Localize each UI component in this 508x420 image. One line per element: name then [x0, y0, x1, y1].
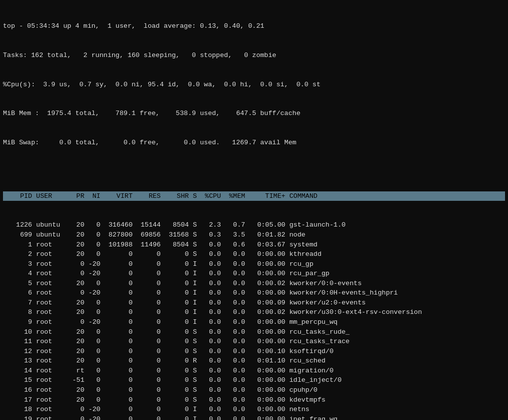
- terminal-window: top - 05:34:34 up 4 min, 1 user, load av…: [3, 2, 505, 420]
- table-row[interactable]: 8 root 20 0 0 0 0 I 0.0 0.0 0:00.02 kwor…: [3, 307, 505, 317]
- table-row[interactable]: 4 root 0 -20 0 0 0 I 0.0 0.0 0:00.00 rcu…: [3, 269, 505, 279]
- table-row[interactable]: 3 root 0 -20 0 0 0 I 0.0 0.0 0:00.00 rcu…: [3, 259, 505, 269]
- table-row[interactable]: 14 root rt 0 0 0 0 S 0.0 0.0 0:00.00 mig…: [3, 366, 505, 376]
- table-row[interactable]: 1226 ubuntu 20 0 316460 15144 8504 S 2.3…: [3, 220, 505, 230]
- header-line5: MiB Swap: 0.0 total, 0.0 free, 0.0 used.…: [3, 138, 505, 148]
- table-row[interactable]: 9 root 0 -20 0 0 0 I 0.0 0.0 0:00.00 mm_…: [3, 317, 505, 327]
- process-table: PID USER PR NI VIRT RES SHR S %CPU %MEM …: [3, 172, 505, 420]
- table-row[interactable]: 5 root 20 0 0 0 0 I 0.0 0.0 0:00.02 kwor…: [3, 279, 505, 289]
- table-row[interactable]: 11 root 20 0 0 0 0 S 0.0 0.0 0:00.00 rcu…: [3, 337, 505, 347]
- header-line2: Tasks: 162 total, 2 running, 160 sleepin…: [3, 51, 505, 60]
- process-rows-container: 1226 ubuntu 20 0 316460 15144 8504 S 2.3…: [3, 220, 505, 420]
- header-line3: %Cpu(s): 3.9 us, 0.7 sy, 0.0 ni, 95.4 id…: [3, 80, 505, 90]
- table-row[interactable]: 699 ubuntu 20 0 827800 69856 31568 S 0.3…: [3, 230, 505, 240]
- table-row[interactable]: 10 root 20 0 0 0 0 S 0.0 0.0 0:00.00 rcu…: [3, 327, 505, 337]
- table-row[interactable]: 18 root 0 -20 0 0 0 I 0.0 0.0 0:00.00 ne…: [3, 405, 505, 415]
- table-header-row: PID USER PR NI VIRT RES SHR S %CPU %MEM …: [3, 191, 505, 201]
- table-row[interactable]: 6 root 0 -20 0 0 0 I 0.0 0.0 0:00.00 kwo…: [3, 288, 505, 298]
- table-row[interactable]: 15 root -51 0 0 0 0 S 0.0 0.0 0:00.00 id…: [3, 375, 505, 385]
- table-row[interactable]: 2 root 20 0 0 0 0 S 0.0 0.0 0:00.00 kthr…: [3, 249, 505, 259]
- header-line1: top - 05:34:34 up 4 min, 1 user, load av…: [3, 21, 505, 31]
- top-header: top - 05:34:34 up 4 min, 1 user, load av…: [3, 2, 505, 167]
- table-row[interactable]: 17 root 20 0 0 0 0 S 0.0 0.0 0:00.00 kde…: [3, 395, 505, 405]
- header-line4: MiB Mem : 1975.4 total, 789.1 free, 538.…: [3, 109, 505, 119]
- table-row[interactable]: 13 root 20 0 0 0 0 R 0.0 0.0 0:01.10 rcu…: [3, 356, 505, 366]
- spacer: [3, 167, 505, 172]
- table-row[interactable]: 1 root 20 0 101988 11496 8504 S 0.0 0.6 …: [3, 240, 505, 250]
- table-row[interactable]: 19 root 0 -20 0 0 0 I 0.0 0.0 0:00.00 in…: [3, 415, 505, 420]
- table-row[interactable]: 7 root 20 0 0 0 0 I 0.0 0.0 0:00.09 kwor…: [3, 298, 505, 308]
- table-row[interactable]: 16 root 20 0 0 0 0 S 0.0 0.0 0:00.00 cpu…: [3, 385, 505, 395]
- table-row[interactable]: 12 root 20 0 0 0 0 S 0.0 0.0 0:00.10 kso…: [3, 347, 505, 357]
